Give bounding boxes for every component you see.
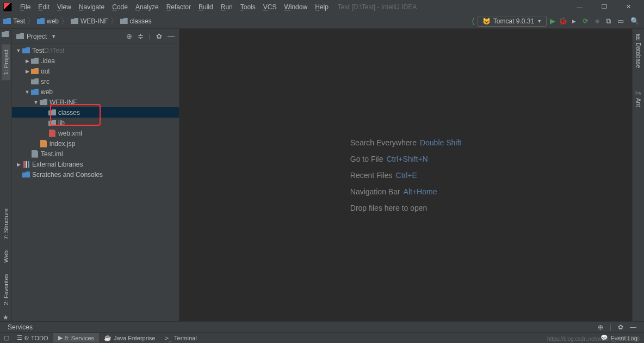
intellij-logo-icon — [3, 3, 12, 11]
editor-hints: Search EverywhereDouble ShiftGo to FileC… — [350, 138, 461, 212]
update-vcs-icon[interactable]: ⧉ — [604, 17, 612, 26]
menu-vcs[interactable]: VCS — [259, 2, 281, 13]
tree-toggle-icon[interactable]: ▶ — [24, 69, 30, 74]
hide-icon[interactable]: — — [630, 323, 636, 331]
left-gutter-tab[interactable]: 7: Structure — [2, 203, 10, 245]
gear-icon[interactable]: ✿ — [156, 32, 162, 40]
tree-label: out — [41, 68, 50, 75]
folder-icon — [30, 78, 39, 84]
window-title: Test [D:\Test] - IntelliJ IDEA — [338, 3, 417, 11]
maximize-button[interactable]: ❐ — [592, 0, 616, 14]
menu-view[interactable]: View — [53, 2, 75, 13]
tree-label: web.xml — [58, 130, 82, 137]
run-coverage-icon[interactable]: ▸ — [571, 17, 578, 25]
right-gutter-tab[interactable]: 🐜Ant — [634, 83, 643, 113]
breadcrumb-item[interactable]: Test — [3, 17, 25, 25]
menu-code[interactable]: Code — [108, 2, 132, 13]
left-gutter-tab[interactable]: Web — [2, 245, 10, 268]
run-config-label: Tomcat 9.0.31 — [493, 17, 534, 25]
breadcrumb-item[interactable]: web — [37, 17, 59, 25]
menu-edit[interactable]: Edit — [34, 2, 53, 13]
tree-row[interactable]: ▶out — [12, 66, 179, 76]
bottom-tab[interactable]: ▶8: Services — [53, 333, 99, 342]
breadcrumb-label: Test — [13, 17, 25, 25]
tree-label: index.jsp — [49, 140, 75, 148]
tree-row[interactable]: ▼web — [12, 87, 179, 97]
ant-icon: 🐜 — [635, 89, 642, 96]
hide-panels-icon[interactable]: ▭ — [616, 17, 626, 25]
tree-row[interactable]: web.xml — [12, 128, 179, 138]
tree-row[interactable]: src — [12, 76, 179, 87]
collapse-icon[interactable]: ≑ — [138, 32, 144, 40]
hide-icon[interactable]: — — [168, 32, 175, 40]
bottom-tab[interactable]: >_Terminal — [160, 333, 201, 342]
bottom-tab[interactable]: ☰6: TODO — [12, 333, 53, 342]
tree-row[interactable]: ▶External Libraries — [12, 159, 179, 169]
folder-icon — [37, 18, 45, 24]
main-area: 1: Project7: StructureWeb2: Favorites★ P… — [0, 29, 644, 321]
tree-row[interactable]: classes — [12, 107, 179, 118]
bottom-tab[interactable]: ☕Java Enterprise — [99, 333, 160, 342]
tree-row[interactable]: Test.iml — [12, 149, 179, 159]
menu-refactor[interactable]: Refactor — [163, 2, 195, 13]
profile-icon[interactable]: ⟳ — [581, 17, 590, 25]
minimize-button[interactable]: — — [567, 0, 592, 14]
locate-icon[interactable]: ⊕ — [126, 32, 132, 40]
menu-run[interactable]: Run — [217, 2, 237, 13]
file-icon — [30, 150, 39, 158]
bottom-tab-icon: ☕ — [104, 334, 112, 341]
tree-row[interactable]: ▼WEB-INF — [12, 97, 179, 107]
search-everywhere-icon[interactable]: 🔍 — [629, 17, 641, 25]
favorites-icon[interactable]: ★ — [3, 314, 9, 321]
project-tool-window: Project ▼ ⊕ ≑ | ✿ — ▼Test D:\Test▶.idea▶… — [12, 29, 179, 321]
tree-toggle-icon[interactable]: ▼ — [15, 48, 22, 53]
menu-tools[interactable]: Tools — [237, 2, 259, 13]
tree-row[interactable]: ▼Test D:\Test — [12, 45, 179, 56]
locate-icon[interactable]: ⊕ — [598, 323, 603, 331]
hint-text: Search Everywhere — [350, 138, 417, 147]
tree-toggle-icon[interactable]: ▼ — [24, 89, 30, 95]
breadcrumb-separator: 〉 — [61, 16, 69, 26]
tree-row[interactable]: ▶.idea — [12, 56, 179, 66]
tree-toggle-icon[interactable]: ▼ — [33, 100, 39, 105]
run-button[interactable]: ▶ — [550, 17, 555, 25]
project-view-selector[interactable]: Project ▼ — [16, 33, 56, 40]
editor-hint: Recent FilesCtrl+E — [350, 171, 461, 180]
breadcrumb-item[interactable]: WEB-INF — [71, 17, 108, 25]
window-controls: — ❐ ✕ — [567, 0, 641, 14]
tomcat-icon: 😺 — [482, 17, 491, 25]
menu-help[interactable]: Help — [311, 2, 332, 13]
debug-button[interactable]: 🐞 — [559, 17, 567, 25]
project-tree[interactable]: ▼Test D:\Test▶.idea▶outsrc▼web▼WEB-INFcl… — [12, 44, 179, 321]
tree-row[interactable]: lib — [12, 118, 179, 128]
menu-navigate[interactable]: Navigate — [75, 2, 108, 13]
folder-icon — [39, 99, 48, 105]
breadcrumb-item[interactable]: classes — [120, 17, 152, 25]
services-label: Services — [8, 323, 33, 331]
build-icon[interactable]: ⟨ — [472, 17, 474, 26]
menu-build[interactable]: Build — [195, 2, 217, 13]
run-configuration-dropdown[interactable]: 😺 Tomcat 9.0.31 ▼ — [478, 16, 547, 27]
left-gutter-tab[interactable]: 1: Project — [2, 44, 10, 80]
right-gutter-tab[interactable]: 🗄Database — [634, 29, 643, 74]
breadcrumb-label: classes — [130, 17, 152, 25]
menu-window[interactable]: Window — [280, 2, 311, 13]
tree-toggle-icon[interactable]: ▶ — [15, 162, 22, 167]
tree-toggle-icon[interactable]: ▶ — [24, 58, 30, 64]
editor-hint: Search EverywhereDouble Shift — [350, 138, 461, 147]
left-gutter-tab[interactable]: 2: Favorites — [2, 268, 10, 310]
breadcrumb: Test〉web〉WEB-INF〉classes — [3, 16, 152, 26]
editor-hint: Go to FileCtrl+Shift+N — [350, 155, 461, 163]
hint-shortcut: Alt+Home — [404, 187, 437, 196]
close-button[interactable]: ✕ — [616, 0, 641, 14]
quick-access-icon[interactable]: ▢ — [1, 334, 12, 341]
stop-button[interactable]: ■ — [593, 17, 601, 25]
menu-file[interactable]: File — [16, 2, 34, 13]
menu-analyze[interactable]: Analyze — [132, 2, 163, 13]
gear-icon[interactable]: ✿ — [618, 323, 623, 331]
right-tool-gutter: 🗄Database🐜Ant — [632, 29, 644, 321]
breadcrumb-label: WEB-INF — [81, 17, 108, 25]
project-quick-icon[interactable] — [2, 31, 10, 39]
tree-row[interactable]: Scratches and Consoles — [12, 169, 179, 180]
tree-row[interactable]: index.jsp — [12, 138, 179, 149]
